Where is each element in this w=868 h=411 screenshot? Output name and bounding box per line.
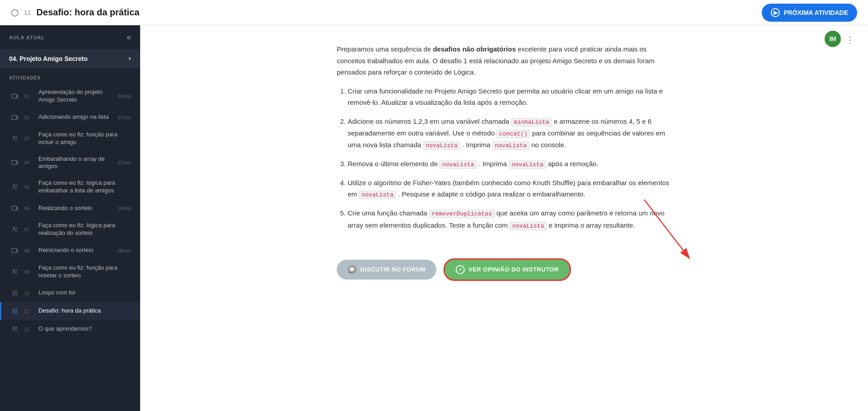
course-title: 04. Projeto Amigo Secreto (9, 55, 88, 62)
svg-rect-10 (12, 206, 16, 210)
sidebar: AULA ATUAL « 04. Projeto Amigo Secreto ▾… (0, 25, 140, 411)
sidebar-item-03[interactable]: 03 Faça como eu fiz: função para incluir… (0, 126, 140, 151)
avatar-area: IM (825, 31, 841, 47)
sidebar-item-05[interactable]: 05 Faça como eu fiz: lógica para embaral… (0, 175, 140, 199)
avatar[interactable]: IM (825, 31, 841, 47)
opinion-label: VER OPINIÃO DO INSTRUTOR (468, 266, 559, 273)
list-item: Remova o último elemento de novaLista . … (348, 158, 671, 170)
intro-paragraph: Preparamos uma sequência de desafios não… (337, 43, 671, 78)
svg-point-12 (13, 227, 15, 229)
svg-point-4 (13, 136, 15, 138)
sidebar-item-10[interactable]: 10 Loops com for (0, 284, 140, 302)
video-icon (10, 113, 19, 122)
list-icon (10, 307, 19, 316)
top-header: ⬡ 11 Desafio: hora da prática ▶ PRÓXIMA … (0, 0, 868, 25)
lesson-icon: ⬡ (11, 7, 19, 18)
sidebar-item-01[interactable]: 01 Apresentação do projeto Amigo Secreto… (0, 84, 140, 108)
svg-point-17 (16, 270, 17, 271)
chevron-down-icon: ▾ (128, 56, 131, 62)
people-icon (10, 267, 19, 276)
svg-rect-6 (12, 161, 16, 165)
course-selector[interactable]: 04. Projeto Amigo Secreto ▾ (0, 50, 140, 68)
main-layout: AULA ATUAL « 04. Projeto Amigo Secreto ▾… (0, 25, 868, 411)
sidebar-item-11[interactable]: 11 Desafio: hora da prática (0, 302, 140, 320)
list-icon (10, 289, 19, 298)
forum-button[interactable]: 💬 DISCUTIR NO FORUM (337, 260, 436, 280)
svg-point-8 (13, 185, 15, 187)
svg-rect-0 (12, 94, 16, 98)
next-activity-button[interactable]: ▶ PRÓXIMA ATIVIDADE (762, 4, 857, 22)
svg-marker-3 (16, 116, 18, 119)
sidebar-item-12[interactable]: 12 O que aprendemos? (0, 320, 140, 338)
sidebar-item-04[interactable]: 04 Embaralhando o array de amigos 07min (0, 151, 140, 175)
people-icon (10, 225, 19, 234)
video-icon (10, 158, 19, 167)
forum-label: DISCUTIR NO FORUM (360, 266, 425, 273)
sidebar-item-02[interactable]: 02 Adicionando amigo na lista 07min (0, 108, 140, 126)
svg-marker-7 (16, 161, 18, 164)
people-icon (10, 182, 19, 191)
svg-point-16 (13, 269, 15, 271)
svg-point-5 (16, 136, 17, 138)
svg-marker-11 (16, 206, 18, 210)
more-options: ⋮ (845, 34, 854, 45)
collapse-sidebar-button[interactable]: « (127, 33, 131, 42)
svg-line-27 (644, 200, 689, 258)
people-icon (10, 134, 19, 143)
sidebar-item-09[interactable]: 09 Faça como eu fiz: função para resetar… (0, 260, 140, 284)
activities-label: ATIVIDADES (0, 68, 140, 84)
svg-marker-15 (16, 249, 18, 252)
svg-rect-14 (12, 248, 16, 252)
content-inner: Preparamos uma sequência de desafios não… (310, 25, 698, 326)
sidebar-item-08[interactable]: 08 Reiniciando o sorteio 06min (0, 242, 140, 260)
list-item: Criar uma funcionalidade no Projeto Amig… (348, 85, 671, 108)
svg-point-13 (16, 227, 17, 229)
next-icon: ▶ (771, 8, 780, 17)
svg-point-9 (16, 185, 17, 187)
header-left: ⬡ 11 Desafio: hora da prática (11, 7, 139, 18)
content-area: ⋮ IM Preparamos uma sequência de desafio… (140, 25, 868, 411)
lesson-number: 11 (24, 9, 31, 16)
svg-rect-2 (12, 115, 16, 119)
forum-icon: 💬 (348, 265, 357, 274)
svg-point-25 (16, 327, 17, 328)
people-icon (10, 325, 19, 334)
list-item: Adicione os números 1,2,3 em uma variáve… (348, 116, 671, 151)
svg-marker-1 (16, 94, 18, 98)
next-activity-label: PRÓXIMA ATIVIDADE (783, 9, 848, 16)
svg-point-24 (13, 327, 15, 328)
opinion-button[interactable]: ✓ VER OPINIÃO DO INSTRUTOR (443, 258, 571, 281)
sidebar-item-06[interactable]: 06 Realizando o sorteio 10min (0, 199, 140, 217)
video-icon (10, 92, 19, 101)
sidebar-section-label: AULA ATUAL (9, 35, 45, 40)
lesson-title: Desafio: hora da prática (37, 7, 140, 18)
sidebar-header: AULA ATUAL « (0, 25, 140, 50)
video-icon (10, 204, 19, 213)
more-options-button[interactable]: ⋮ (845, 34, 854, 45)
check-icon: ✓ (456, 265, 465, 274)
annotation-arrow-svg (617, 195, 708, 267)
avatar-initials: IM (829, 35, 836, 42)
activities-section: ATIVIDADES 01 Apresentação do projeto Am… (0, 68, 140, 338)
sidebar-item-07[interactable]: 07 Faça como eu fiz: lógica para realiza… (0, 217, 140, 242)
video-icon (10, 246, 19, 255)
